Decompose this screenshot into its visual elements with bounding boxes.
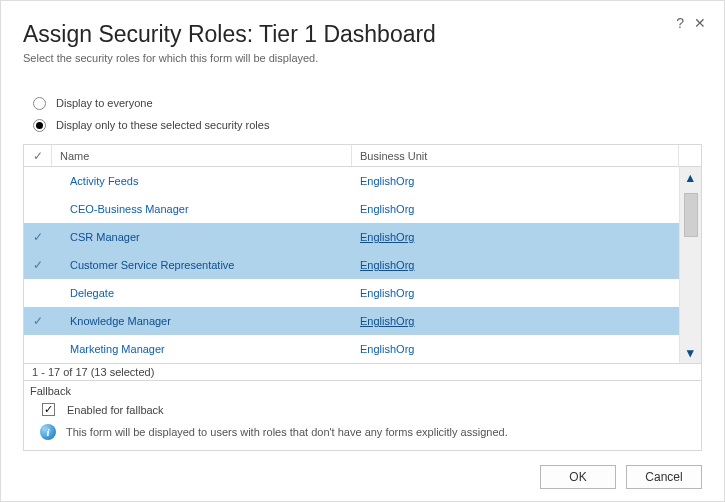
row-name[interactable]: CSR Manager [52, 231, 352, 243]
dialog-subtitle: Select the security roles for which this… [23, 52, 702, 64]
column-header-name[interactable]: Name [52, 145, 352, 166]
row-business-unit[interactable]: EnglishOrg [352, 343, 679, 355]
row-name[interactable]: Delegate [52, 287, 352, 299]
close-icon[interactable]: ✕ [694, 15, 706, 31]
fallback-info-text: This form will be displayed to users wit… [66, 426, 508, 438]
row-check-icon: ✓ [24, 258, 52, 272]
roles-grid: ✓ Name Business Unit Activity FeedsEngli… [23, 144, 702, 364]
row-name[interactable]: Knowledge Manager [52, 315, 352, 327]
row-business-unit[interactable]: EnglishOrg [352, 315, 679, 327]
fallback-checkbox[interactable]: ✓ [42, 403, 55, 416]
radio-display-everyone-label: Display to everyone [56, 97, 153, 109]
dialog-title: Assign Security Roles: Tier 1 Dashboard [23, 21, 702, 48]
row-business-unit[interactable]: EnglishOrg [352, 287, 679, 299]
grid-header: ✓ Name Business Unit [24, 145, 701, 167]
grid-status-text: 1 - 17 of 17 (13 selected) [23, 364, 702, 381]
column-header-business-unit[interactable]: Business Unit [352, 145, 679, 166]
row-name[interactable]: Marketing Manager [52, 343, 352, 355]
table-row[interactable]: Marketing ManagerEnglishOrg [24, 335, 679, 363]
ok-button[interactable]: OK [540, 465, 616, 489]
table-row[interactable]: DelegateEnglishOrg [24, 279, 679, 307]
fallback-heading: Fallback [24, 383, 701, 401]
table-row[interactable]: ✓Customer Service RepresentativeEnglishO… [24, 251, 679, 279]
cancel-button[interactable]: Cancel [626, 465, 702, 489]
row-name[interactable]: CEO-Business Manager [52, 203, 352, 215]
info-icon: i [40, 424, 56, 440]
select-all-checkbox[interactable]: ✓ [24, 145, 52, 166]
assign-security-roles-dialog: ? ✕ Assign Security Roles: Tier 1 Dashbo… [0, 0, 725, 502]
scroll-up-icon[interactable]: ▴ [687, 171, 694, 184]
row-name[interactable]: Activity Feeds [52, 175, 352, 187]
vertical-scrollbar[interactable]: ▴ ▾ [679, 167, 701, 363]
scroll-down-icon[interactable]: ▾ [687, 346, 694, 359]
row-name[interactable]: Customer Service Representative [52, 259, 352, 271]
table-row[interactable]: ✓CSR ManagerEnglishOrg [24, 223, 679, 251]
row-check-icon: ✓ [24, 230, 52, 244]
fallback-checkbox-label: Enabled for fallback [67, 404, 164, 416]
help-icon[interactable]: ? [676, 15, 684, 31]
row-business-unit[interactable]: EnglishOrg [352, 203, 679, 215]
radio-display-selected[interactable] [33, 119, 46, 132]
row-business-unit[interactable]: EnglishOrg [352, 259, 679, 271]
radio-display-selected-label: Display only to these selected security … [56, 119, 269, 131]
scroll-thumb[interactable] [684, 193, 698, 237]
radio-display-everyone[interactable] [33, 97, 46, 110]
table-row[interactable]: Activity FeedsEnglishOrg [24, 167, 679, 195]
table-row[interactable]: ✓Knowledge ManagerEnglishOrg [24, 307, 679, 335]
row-business-unit[interactable]: EnglishOrg [352, 231, 679, 243]
row-business-unit[interactable]: EnglishOrg [352, 175, 679, 187]
table-row[interactable]: CEO-Business ManagerEnglishOrg [24, 195, 679, 223]
row-check-icon: ✓ [24, 314, 52, 328]
fallback-section: Fallback ✓ Enabled for fallback i This f… [23, 381, 702, 451]
